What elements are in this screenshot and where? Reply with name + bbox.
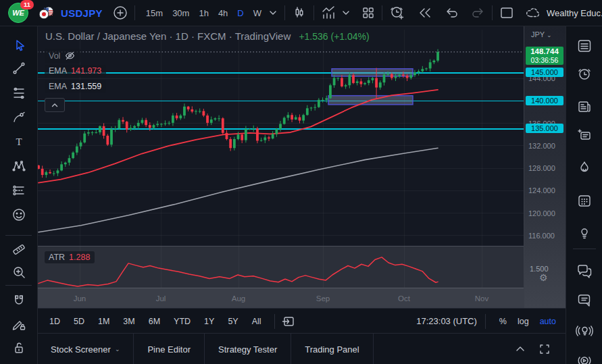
timeframe-30m[interactable]: 30m xyxy=(168,5,194,21)
emoji-tool-icon[interactable] xyxy=(0,205,37,225)
candle xyxy=(64,161,67,167)
footer-trading-panel[interactable]: Trading Panel xyxy=(291,334,372,364)
candle xyxy=(53,171,55,176)
fib-retracement-tool-icon[interactable] xyxy=(0,83,37,103)
range-1M[interactable]: 1M xyxy=(93,315,115,328)
level-price-badge[interactable]: 140.000 xyxy=(526,96,563,105)
forecast-tool-icon[interactable] xyxy=(0,180,37,201)
cloud-sync-icon[interactable] xyxy=(524,5,542,20)
pane-collapse-button[interactable] xyxy=(45,98,65,112)
candle xyxy=(429,59,432,72)
symbol-compare-add-icon[interactable] xyxy=(112,5,128,21)
chart-style-candles-icon[interactable] xyxy=(291,5,307,21)
magnet-tool-icon[interactable] xyxy=(0,290,37,311)
last-price-value: 148.744 xyxy=(526,47,563,56)
private-chat-icon[interactable] xyxy=(566,289,602,312)
ema-slow-legend[interactable]: EMA 131.559 xyxy=(45,80,106,93)
lock-all-drawings-icon[interactable] xyxy=(0,338,37,358)
candle xyxy=(199,108,201,113)
publishing-user-name[interactable]: Wealthy Educ... xyxy=(547,8,602,18)
candle xyxy=(279,121,282,132)
level-price-badge[interactable]: 145.000 xyxy=(526,68,563,77)
indicators-chevron-icon[interactable] xyxy=(341,7,351,18)
timeframe-D[interactable]: D xyxy=(232,5,248,21)
range-6M[interactable]: 6M xyxy=(143,315,166,328)
candle xyxy=(202,109,205,117)
candle xyxy=(129,125,132,131)
range-All[interactable]: All xyxy=(247,315,267,328)
atr-legend[interactable]: ATR 1.288 xyxy=(45,251,95,263)
timeframe-menu-chevron-icon[interactable] xyxy=(268,7,278,18)
cursor-tool-icon[interactable] xyxy=(0,36,37,56)
range-5D[interactable]: 5D xyxy=(68,315,90,328)
symbol-description[interactable]: U.S. Dollar / Japanese Yen · 1D · FXCM ·… xyxy=(45,30,291,42)
trend-line-tool-icon[interactable] xyxy=(0,58,37,78)
candle xyxy=(249,128,251,130)
percent-scale-toggle[interactable]: % xyxy=(499,317,507,326)
candle xyxy=(260,138,263,142)
range-1D[interactable]: 1D xyxy=(44,315,66,328)
candle xyxy=(68,155,71,165)
public-chats-icon[interactable] xyxy=(566,260,602,283)
range-1Y[interactable]: 1Y xyxy=(199,315,220,328)
timeframe-4h[interactable]: 4h xyxy=(214,5,232,21)
auto-scale-toggle[interactable]: auto xyxy=(540,317,556,326)
footer-stock-screener[interactable]: Stock Screener ⌄ xyxy=(37,334,133,364)
clock-utc[interactable]: 17:23:03 (UTC) xyxy=(416,316,477,326)
measure-tool-icon[interactable] xyxy=(0,238,37,259)
hotlists-icon[interactable] xyxy=(566,156,602,179)
calendar-icon[interactable] xyxy=(566,189,602,212)
collapse-panel-chevron-icon[interactable] xyxy=(514,343,526,355)
price-scale-currency[interactable]: JPY ⌄ xyxy=(531,30,552,38)
undo-icon[interactable] xyxy=(444,5,460,21)
bar-replay-icon[interactable] xyxy=(417,5,433,21)
go-to-date-icon[interactable] xyxy=(281,314,296,329)
text-tool-icon[interactable]: T xyxy=(0,132,37,152)
candle xyxy=(325,96,328,103)
candle xyxy=(264,135,266,143)
pattern-tool-icon[interactable] xyxy=(0,156,37,176)
time-axis-settings-gear-icon[interactable]: ⚙ xyxy=(539,272,548,283)
chart-pane[interactable]: JunJulAugSepOctNov xyxy=(37,26,524,308)
range-5Y[interactable]: 5Y xyxy=(222,315,243,328)
streams-video-icon[interactable] xyxy=(566,350,602,364)
footer-strategy-tester[interactable]: Strategy Tester xyxy=(205,334,291,364)
drawing-mode-lock-icon[interactable] xyxy=(0,314,37,334)
ideas-icon[interactable] xyxy=(566,222,602,244)
alerts-icon[interactable] xyxy=(566,63,602,86)
save-layout-icon[interactable] xyxy=(499,5,515,21)
range-3M[interactable]: 3M xyxy=(118,315,140,328)
create-alert-icon[interactable] xyxy=(388,5,406,21)
eye-hidden-icon[interactable] xyxy=(64,50,76,61)
range-YTD[interactable]: YTD xyxy=(168,315,196,328)
candle xyxy=(172,113,174,126)
candle xyxy=(322,97,324,102)
zoom-in-tool-icon[interactable] xyxy=(0,262,37,282)
candle xyxy=(87,130,90,136)
footer-pine-editor[interactable]: Pine Editor xyxy=(134,334,204,364)
candle xyxy=(275,128,278,137)
last-price-badge: 148.744 03:36:56 xyxy=(526,47,563,65)
volume-legend[interactable]: Vol xyxy=(45,49,80,63)
news-icon[interactable] xyxy=(566,95,602,118)
log-scale-toggle[interactable]: log xyxy=(518,317,529,326)
timeframe-W[interactable]: W xyxy=(249,5,266,21)
app-logo[interactable]: WE 11 xyxy=(8,3,28,23)
ema-fast-legend[interactable]: EMA 141.973 xyxy=(45,65,106,77)
price-scale[interactable]: JPY ⌄ 148.744 03:36:56 1.500 ⚙ 144.00013… xyxy=(524,26,566,308)
level-price-badge[interactable]: 135.000 xyxy=(526,124,563,133)
watchlist-icon[interactable] xyxy=(566,34,602,57)
candle xyxy=(179,114,182,120)
streams-ideas-icon[interactable] xyxy=(566,320,602,343)
redo-icon[interactable] xyxy=(470,5,486,21)
symbol-name[interactable]: USDJPY xyxy=(61,7,103,19)
text-notes-icon[interactable] xyxy=(566,124,602,147)
timeframe-1h[interactable]: 1h xyxy=(194,5,213,21)
maximize-panel-icon[interactable] xyxy=(538,343,551,355)
indicators-icon[interactable] xyxy=(320,5,338,21)
timeframe-15m[interactable]: 15m xyxy=(141,5,168,21)
layout-grid-icon[interactable] xyxy=(361,5,376,20)
separator xyxy=(284,5,285,20)
brush-tool-icon[interactable] xyxy=(0,107,37,128)
candle xyxy=(313,104,316,110)
